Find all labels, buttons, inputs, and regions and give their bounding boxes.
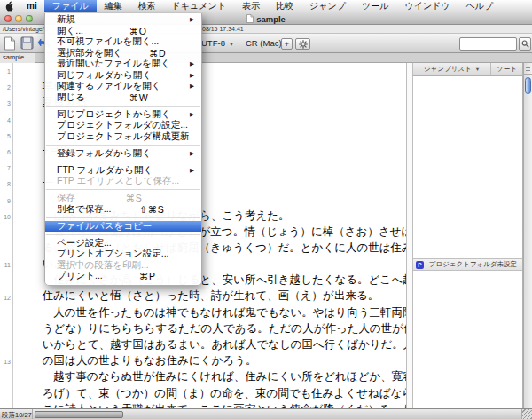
editor-row: 12 人の世を作ったものは神でもなければ鬼でもない。やはり向う三軒両隣（りょ (0, 290, 406, 306)
jumplist-mode-dropdown[interactable]: ジャンプリスト ▼ (413, 63, 490, 75)
document-icon (246, 14, 254, 23)
menu-separator (46, 106, 200, 107)
submenu-arrow-icon: ▶ (190, 150, 194, 157)
line-number: 13 (0, 358, 11, 366)
sort-button[interactable]: ソート (490, 63, 522, 75)
file-timestamp: 08/15 17:34:41 (202, 26, 244, 32)
apple-menu[interactable] (0, 0, 20, 12)
menubar-item[interactable]: ヘルプ (458, 0, 502, 12)
editor-row: うどな）りにちらちらするただの人である。ただの人が作った人の世が住みにく (0, 306, 406, 322)
menu-item[interactable]: 保存 ⌘S (45, 193, 201, 204)
menubar-item[interactable]: 表示 (234, 0, 268, 12)
menu-item[interactable]: プリントオプション設定... (45, 249, 201, 260)
project-folder-bar[interactable]: P プロジェクトフォルダ未設定 (413, 258, 522, 271)
line-number: 5 (0, 132, 11, 140)
chevron-down-icon: ▼ (475, 67, 480, 72)
line-number: 1 (0, 67, 11, 75)
line-number: 2 (0, 83, 11, 91)
tab-sample[interactable]: sample (0, 53, 35, 63)
editor-row: の国は人の世よりもなお住みにくかろう。 (0, 338, 406, 354)
search-input[interactable] (459, 37, 517, 51)
menu-separator (46, 217, 200, 218)
menu-separator (46, 145, 200, 146)
line-number: 11 (0, 261, 11, 269)
search-icon (521, 40, 529, 48)
jumplist-panel-header: ジャンプリスト ▼ ソート (413, 63, 522, 76)
menubar-item[interactable]: ツール (354, 0, 396, 12)
menu-separator (46, 234, 200, 235)
menu-item[interactable]: 開く... ⌘O (45, 26, 201, 37)
menubar-item[interactable]: ジャンプ (301, 0, 354, 12)
menu-item[interactable]: 関連するファイルを開く ▶ (45, 81, 201, 92)
save-icon (20, 36, 34, 50)
menubar-item[interactable]: 比較 (268, 0, 301, 12)
submenu-arrow-icon: ▶ (190, 111, 194, 118)
gear-icon (299, 40, 308, 49)
menu-item[interactable]: ページ設定... (45, 238, 201, 249)
editor-row: ろげ）て、束（つか）の間（ま）の命を、束の間でも住みよくせねばならぬ。こ (0, 371, 406, 387)
new-document-icon (4, 36, 16, 51)
project-icon: P (416, 261, 424, 269)
horizontal-scrollbar-thumb[interactable] (35, 411, 123, 418)
menubar: mi ファイル編集検索ドキュメント表示比較ジャンプツールウインドウヘルプ (0, 0, 532, 12)
menu-item[interactable]: FTP フォルダから開く ▶ (45, 165, 201, 177)
submenu-arrow-icon: ▶ (190, 16, 194, 23)
submenu-arrow-icon: ▶ (190, 83, 194, 90)
menu-item[interactable]: プロジェクトフォルダの設定... (45, 120, 201, 131)
editor-row: いからとて、越す国はあるまい。あれば人でなしの国へ行くばかりだ。人でなし (0, 322, 406, 338)
menu-separator (46, 162, 200, 162)
shortcut-label: ⌘S (126, 193, 145, 203)
menu-item[interactable]: 同じプロジェクトから開く ▶ (45, 109, 201, 121)
menu-item[interactable]: 新規 ▶ (45, 14, 201, 26)
line-number: 4 (0, 116, 11, 124)
editor-row: こに詩人という天職が出来て、ここに画家という使命が降（くだ）る。あらゆる (0, 387, 406, 403)
menu-item[interactable]: 登録フォルダから開く ▶ (45, 148, 201, 160)
panel-scrollbar-thumb[interactable] (525, 77, 531, 94)
shortcut-label: ⌘O (129, 26, 149, 36)
menubar-item[interactable]: ドキュメント (164, 0, 234, 12)
menu-item[interactable]: プリント... ⌘P (45, 271, 201, 282)
menu-item[interactable]: 選択中の段落を印刷... (45, 260, 201, 272)
window-title: sample (256, 14, 286, 24)
panel-list-button[interactable] (524, 63, 532, 75)
menubar-item[interactable]: 検索 (130, 0, 164, 12)
submenu-arrow-icon: ▶ (190, 60, 194, 67)
resize-grip-icon[interactable] (521, 409, 532, 419)
shortcut-label: ⇧⌘S (139, 204, 166, 215)
menubar-item[interactable]: ウインドウ (396, 0, 458, 12)
menu-item[interactable]: FTP エイリアスとして保存... (45, 176, 201, 187)
menu-item[interactable]: 閉じる ⌘W (45, 92, 201, 104)
shortcut-label: ⌘W (129, 92, 150, 103)
shortcut-label: ⌘P (139, 271, 158, 281)
menu-item[interactable]: 同じフォルダから開く ▶ (45, 70, 201, 82)
new-document-button[interactable] (4, 36, 18, 51)
apple-icon (5, 1, 14, 12)
menu-item[interactable]: 不可視ファイルを開く... (45, 36, 201, 48)
line-number: 3 (0, 99, 11, 107)
settings-button[interactable] (295, 38, 310, 50)
add-button[interactable]: + (281, 38, 293, 50)
editor-row: 13 越す事のならぬ世が住みにくければ、住みにくい所をどれほどか、寛容（くつ (0, 354, 406, 370)
menu-item[interactable]: 最近開いたファイルを開く ▶ (45, 59, 201, 70)
menu-item[interactable]: 別名で保存... ⇧⌘S (45, 204, 201, 216)
status-bar: 段落10/27 (0, 408, 532, 419)
line-number: 7 (0, 164, 11, 172)
line-number: 8 (0, 180, 11, 188)
save-button[interactable] (20, 36, 35, 51)
encoding-dropdown[interactable]: UTF-8 ▼ (201, 38, 234, 48)
menu-item[interactable]: 選択部分を開く ⌘D (45, 48, 201, 59)
menubar-app-name[interactable]: mi (20, 0, 44, 12)
submenu-arrow-icon: ▶ (190, 72, 194, 79)
paragraph-indicator: 段落10/27 (0, 409, 33, 419)
menu-separator (46, 189, 200, 190)
menubar-item[interactable]: 編集 (97, 0, 130, 12)
menu-item[interactable]: プロジェクトフォルダ構成更新 (45, 131, 201, 143)
menubar-item[interactable]: ファイル (44, 0, 97, 12)
menu-item[interactable]: ファイルパスをコピー (45, 221, 201, 233)
panel-scrollbar[interactable] (523, 63, 532, 408)
file-path: /Users/vintage/D (3, 26, 49, 32)
search-button[interactable] (519, 37, 531, 51)
line-number: 10 (0, 213, 11, 221)
editor-scrollbar-track[interactable] (406, 63, 413, 408)
shortcut-label: ⌘D (149, 48, 168, 59)
